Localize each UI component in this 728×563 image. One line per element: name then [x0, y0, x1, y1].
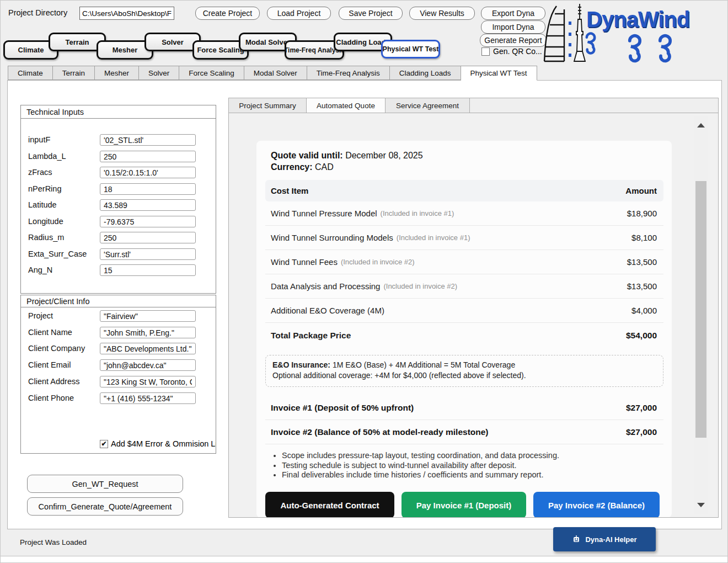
- cost-amount: $4,000: [631, 306, 657, 315]
- scrollbar[interactable]: [694, 116, 708, 514]
- chevron-up-icon[interactable]: [697, 123, 705, 128]
- pay-invoice-2-button[interactable]: Pay Invoice #2 (Balance): [533, 492, 660, 518]
- confirm-generate-quote-button[interactable]: Confirm_Generate_Quote/Agreement: [27, 497, 183, 516]
- field-label-latitude: Latitude: [28, 200, 57, 209]
- cost-item-header: Cost Item: [271, 186, 308, 195]
- auto-generated-contract-button[interactable]: Auto-Generated Contract: [265, 492, 394, 518]
- field-input-client-address[interactable]: [100, 376, 196, 387]
- window-bottom-strip: [1, 556, 728, 563]
- save-project-button[interactable]: Save Project: [339, 7, 403, 20]
- tab-cladding-loads[interactable]: Cladding Loads: [390, 66, 461, 80]
- tab-time-freq[interactable]: Time-Freq Analysis: [307, 66, 390, 80]
- app-window: Project Directory Create Project Load Pr…: [0, 0, 728, 563]
- load-project-button[interactable]: Load Project: [267, 7, 331, 20]
- quote-card: Quote valid until: December 08, 2025 Cur…: [256, 141, 672, 518]
- field-input-longitude[interactable]: [100, 216, 196, 227]
- status-text: Project Was Loaded: [20, 538, 87, 546]
- table-row: Additional E&O Coverage (4M) $4,000: [265, 299, 663, 323]
- cost-item: Wind Tunnel Fees: [271, 257, 338, 267]
- create-project-button[interactable]: Create Project: [195, 7, 260, 20]
- field-label-radius: Radius_m: [28, 233, 64, 242]
- field-label-exta-surr: Exta_Surr_Case: [28, 249, 87, 258]
- invoice-amount: $27,000: [626, 427, 657, 437]
- field-input-radius[interactable]: [100, 232, 196, 243]
- field-input-client-company[interactable]: [100, 343, 196, 354]
- tab-project-summary[interactable]: Project Summary: [229, 98, 307, 113]
- table-row: Wind Tunnel Surrounding Models (Included…: [265, 226, 663, 250]
- invoice-row: Invoice #2 (Balance of 50% at model-read…: [265, 420, 663, 444]
- generate-report-button[interactable]: Generate Report: [480, 34, 547, 47]
- gen-qr-checkbox-label: Gen. QR Co...: [493, 47, 542, 56]
- field-label-client-company: Client Company: [28, 344, 85, 353]
- dyna-ai-helper-label: Dyna-AI Helper: [585, 535, 636, 544]
- field-input-lambda[interactable]: [100, 151, 196, 162]
- scrollbar-thumb[interactable]: [695, 181, 706, 438]
- quote-valid-value: December 08, 2025: [345, 151, 423, 160]
- insurance-note-box: E&O Insurance: 1M E&O (Base) + 4M Additi…: [265, 355, 663, 387]
- import-dyna-button[interactable]: Import Dyna: [481, 20, 545, 34]
- quote-valid-label: Quote valid until:: [271, 151, 343, 160]
- invoice-rows: Invoice #1 (Deposit of 50% upfront) $27,…: [265, 396, 663, 444]
- tab-mesher[interactable]: Mesher: [95, 66, 139, 80]
- field-input-project[interactable]: [100, 310, 196, 322]
- logo-wordmark: DynaWind: [586, 7, 689, 32]
- field-input-exta-surr[interactable]: [100, 248, 196, 260]
- checkbox-icon[interactable]: [481, 47, 490, 56]
- cost-item: Additional E&O Coverage (4M): [271, 306, 384, 315]
- tab-physical-wt-test[interactable]: Physical WT Test: [461, 66, 537, 81]
- invoice-row: Invoice #1 (Deposit of 50% upfront) $27,…: [265, 396, 663, 420]
- dots-icon: [569, 22, 571, 57]
- insurance-note-line2: Optional additional coverage: +4M for $4…: [272, 370, 656, 381]
- cost-amount: $13,500: [627, 282, 657, 291]
- field-input-nperring[interactable]: [100, 183, 196, 195]
- field-input-angn[interactable]: [100, 264, 196, 276]
- tab-force-scaling[interactable]: Force Scaling: [179, 66, 244, 80]
- field-label-project: Project: [28, 311, 53, 320]
- cost-item: Wind Tunnel Pressure Model: [271, 209, 377, 218]
- cost-amount: $13,500: [627, 257, 657, 267]
- tab-modal-solver[interactable]: Modal Solver: [244, 66, 307, 80]
- field-input-inputF[interactable]: [100, 134, 196, 146]
- project-directory-label: Project Directory: [8, 8, 67, 17]
- field-label-longitude: Longitude: [28, 217, 63, 226]
- field-input-latitude[interactable]: [100, 199, 196, 211]
- insurance-note-label: E&O Insurance:: [272, 360, 330, 369]
- gen-qr-checkbox[interactable]: Gen. QR Co...: [481, 47, 542, 56]
- table-row: Wind Tunnel Pressure Model (Included in …: [265, 201, 663, 226]
- chevron-down-icon[interactable]: [697, 503, 705, 507]
- project-directory-input[interactable]: [79, 7, 174, 20]
- field-label-client-address: Client Address: [28, 377, 80, 386]
- wind-swirl-icon: [587, 34, 670, 61]
- checkbox-checked-icon[interactable]: [100, 440, 108, 448]
- insurance-note-line1: 1M E&O (Base) + 4M Additional = 5M Total…: [330, 360, 515, 369]
- tab-service-agreement[interactable]: Service Agreement: [386, 98, 470, 113]
- cost-item-note: (Included in invoice #2): [341, 258, 415, 266]
- robot-icon: [572, 535, 581, 544]
- amount-header: Amount: [625, 186, 657, 195]
- invoice-amount: $27,000: [626, 403, 657, 413]
- field-input-client-email[interactable]: [100, 359, 196, 371]
- gen-wt-request-button[interactable]: Gen_WT_Request: [27, 475, 183, 493]
- field-label-client-email: Client Email: [28, 360, 71, 369]
- field-label-lambda: Lambda_L: [28, 152, 66, 161]
- invoice-label: Invoice #2 (Balance of 50% at model-read…: [271, 427, 489, 437]
- pay-invoice-1-button[interactable]: Pay Invoice #1 (Deposit): [402, 492, 526, 518]
- tab-terrain[interactable]: Terrain: [53, 66, 95, 80]
- view-results-button[interactable]: View Results: [409, 7, 475, 20]
- cost-table-header: Cost Item Amount: [265, 180, 663, 201]
- eo-insurance-checkbox[interactable]: Add $4M Error & Ommision Lia: [100, 439, 216, 448]
- export-dyna-button[interactable]: Export Dyna: [481, 7, 545, 20]
- quote-notes-list: Scope includes pressure-tap layout, test…: [282, 451, 646, 480]
- quote-header: Quote valid until: December 08, 2025 Cur…: [271, 150, 423, 173]
- dyna-ai-helper-button[interactable]: Dyna-AI Helper: [553, 527, 656, 551]
- tab-solver[interactable]: Solver: [139, 66, 179, 80]
- quote-currency-value: CAD: [315, 162, 334, 172]
- field-input-client-name[interactable]: [100, 327, 196, 338]
- field-input-zfracs[interactable]: [100, 167, 196, 178]
- main-content-panel: Technical Inputs inputF Lambda_L zFracs …: [7, 80, 722, 529]
- tab-climate[interactable]: Climate: [8, 66, 53, 80]
- quick-button-physical-wt-test[interactable]: Physical WT Test: [381, 40, 440, 59]
- cost-item: Wind Tunnel Surrounding Models: [271, 233, 393, 242]
- tab-automated-quote[interactable]: Automated Quote: [307, 98, 386, 113]
- field-input-client-phone[interactable]: [100, 392, 196, 404]
